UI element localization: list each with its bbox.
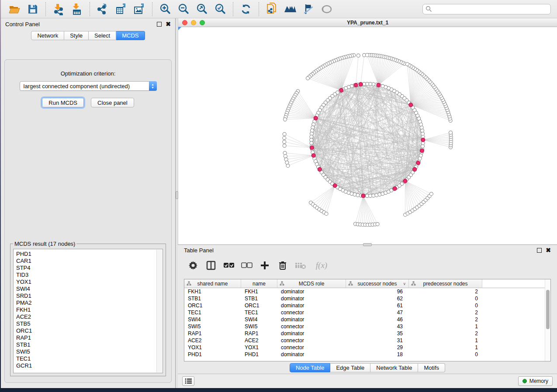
table-panel-title: Table Panel: [184, 247, 214, 254]
zoom-in-button[interactable]: [156, 2, 174, 17]
export-network-button[interactable]: [93, 2, 112, 17]
cell-MCDS-role: dominator: [277, 351, 346, 358]
table-row[interactable]: RAP1RAP1dominator352: [184, 330, 550, 337]
toolbar-separator: [152, 2, 152, 16]
refresh-button[interactable]: [237, 2, 255, 17]
table-row[interactable]: SWI5SWI5connector431: [184, 323, 550, 330]
mcds-result-item[interactable]: STP4: [16, 265, 163, 272]
cell-name: SWI4: [241, 316, 277, 323]
zoom-selected-button[interactable]: [211, 2, 229, 17]
column-header-name[interactable]: name: [241, 279, 277, 288]
columns-icon: [206, 261, 216, 270]
float-panel-icon[interactable]: [157, 22, 162, 27]
zoom-out-button[interactable]: [174, 2, 193, 17]
cell-MCDS-role: connector: [277, 323, 346, 330]
export-table-button[interactable]: [112, 2, 130, 17]
tab-network-table[interactable]: Network Table: [370, 363, 418, 372]
tab-select[interactable]: Select: [89, 31, 116, 40]
table-scrollbar[interactable]: [545, 279, 550, 361]
open-session-button[interactable]: [5, 2, 24, 17]
mcds-tab-content: Optimization criterion: largest connecte…: [4, 59, 172, 383]
export-image-button[interactable]: [130, 2, 149, 17]
gear-icon: [188, 261, 198, 270]
mcds-result-item[interactable]: SWI4: [16, 285, 163, 292]
network-titlebar[interactable]: YPA_prune.txt_1: [178, 18, 557, 27]
cell-successor-nodes: 96: [346, 289, 409, 295]
save-session-button[interactable]: [24, 2, 42, 17]
mcds-result-item[interactable]: RAP1: [16, 334, 163, 341]
table-row[interactable]: SWI4SWI4dominator462: [184, 316, 550, 323]
table-row[interactable]: YOX1YOX1connector291: [184, 344, 550, 351]
column-header-shared-name[interactable]: shared name: [184, 279, 241, 288]
run-mcds-button[interactable]: Run MCDS: [42, 98, 84, 107]
column-layout-button[interactable]: [205, 260, 217, 271]
show-all-button[interactable]: [318, 2, 336, 17]
mcds-result-item[interactable]: TEC1: [16, 355, 163, 362]
control-panel: Control Panel ✖ NetworkStyleSelectMCDS O…: [1, 18, 175, 388]
mcds-result-item[interactable]: ORC1: [16, 327, 163, 334]
mcds-result-item[interactable]: FKH1: [16, 306, 163, 313]
table-row[interactable]: FKH1FKH1dominator962: [184, 288, 550, 295]
tab-style[interactable]: Style: [64, 31, 89, 40]
toolbar-separator: [259, 2, 259, 16]
search-input[interactable]: [432, 6, 548, 12]
tab-node-table[interactable]: Node Table: [290, 363, 331, 372]
cell-shared-name: PHD1: [184, 351, 241, 358]
select-all-button[interactable]: [223, 260, 235, 271]
cell-successor-nodes: 43: [346, 323, 409, 330]
delete-table-button[interactable]: [295, 260, 306, 271]
mcds-result-item[interactable]: GCR1: [16, 362, 163, 369]
delete-column-button[interactable]: [277, 260, 288, 271]
add-column-button[interactable]: [259, 260, 270, 271]
close-panel-button[interactable]: Close panel: [91, 98, 134, 107]
mcds-result-item[interactable]: TID3: [16, 272, 163, 279]
tab-network[interactable]: Network: [31, 31, 64, 40]
first-neighbors-button[interactable]: [281, 2, 299, 17]
function-builder-button[interactable]: f(x): [313, 260, 330, 271]
unchecked-boxes-icon: [241, 262, 253, 269]
close-table-panel-icon[interactable]: ✖: [546, 248, 551, 253]
table-scrollbar-thumb[interactable]: [546, 290, 550, 329]
table-settings-button[interactable]: [187, 260, 199, 271]
column-header-successor-nodes[interactable]: successor nodes∨: [346, 279, 409, 288]
mcds-result-item[interactable]: SWI5: [16, 348, 163, 355]
mcds-result-item[interactable]: ACE2: [16, 313, 163, 320]
mcds-result-list[interactable]: PHD1CAR1STP4TID3YOX1SWI4SRD1PMA2FKH1ACE2…: [13, 249, 163, 373]
mcds-result-item[interactable]: PMA2: [16, 299, 163, 306]
table-row[interactable]: ACE2ACE2connector311: [184, 337, 550, 344]
task-history-button[interactable]: [182, 376, 194, 386]
import-table-button[interactable]: [68, 2, 86, 17]
table-row[interactable]: STB1STB1dominator620: [184, 295, 550, 302]
mcds-result-item[interactable]: SRD1: [16, 292, 163, 299]
mcds-result-item[interactable]: PHD1: [16, 251, 163, 258]
mcds-result-item[interactable]: CAR1: [16, 258, 163, 265]
close-panel-icon[interactable]: ✖: [166, 22, 171, 27]
horizontal-splitter-handle[interactable]: [363, 243, 372, 246]
table-row[interactable]: PHD1PHD1dominator180: [184, 351, 550, 358]
column-header-MCDS-role[interactable]: MCDS role: [277, 279, 346, 288]
column-header-predecessor-nodes[interactable]: predecessor nodes: [409, 279, 482, 288]
memory-button[interactable]: Memory: [518, 376, 553, 386]
table-row[interactable]: TEC1TEC1connector472: [184, 309, 550, 316]
table-panel: Table Panel ✖: [178, 244, 557, 374]
tab-edge-table[interactable]: Edge Table: [330, 363, 370, 372]
mcds-result-item[interactable]: STB1: [16, 341, 163, 348]
network-graph[interactable]: [178, 27, 557, 244]
result-scrollbar[interactable]: [156, 250, 162, 372]
tab-mcds[interactable]: MCDS: [116, 31, 145, 40]
deselect-all-button[interactable]: [241, 260, 253, 271]
zoom-fit-button[interactable]: [193, 2, 211, 17]
network-file-button[interactable]: [263, 2, 281, 17]
table-header-row: shared namenameMCDS rolesuccessor nodes∨…: [184, 279, 550, 288]
float-table-panel-icon[interactable]: [537, 248, 542, 253]
hide-selected-button[interactable]: [299, 2, 318, 17]
network-canvas[interactable]: [178, 27, 557, 244]
desktop: Control Panel ✖ NetworkStyleSelectMCDS O…: [0, 0, 557, 392]
search-box[interactable]: [422, 4, 551, 14]
import-network-button[interactable]: [49, 2, 68, 17]
mcds-result-item[interactable]: YOX1: [16, 279, 163, 285]
optimization-criterion-dropdown[interactable]: largest connected component (undirected)…: [20, 81, 157, 91]
tab-motifs[interactable]: Motifs: [418, 363, 445, 372]
mcds-result-item[interactable]: STB5: [16, 320, 163, 327]
table-row[interactable]: ORC1ORC1dominator610: [184, 302, 550, 309]
